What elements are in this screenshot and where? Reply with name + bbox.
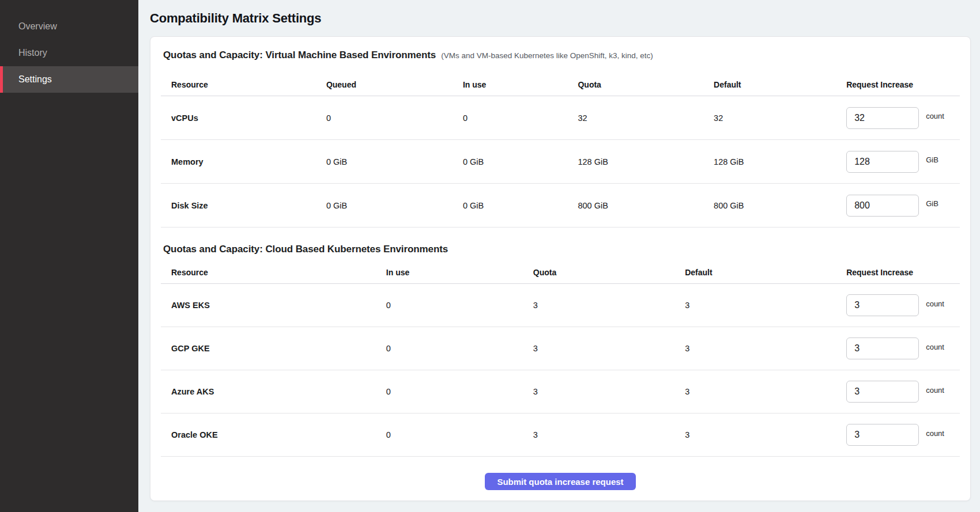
quota-value: 3: [533, 301, 685, 310]
table-header-row: Resource Queued In use Quota Default Req…: [161, 73, 960, 96]
column-header-quota: Quota: [533, 268, 685, 277]
default-value: 3: [685, 430, 846, 439]
section-title: Quotas and Capacity: Cloud Based Kuberne…: [163, 242, 448, 256]
column-header-in-use: In use: [463, 80, 578, 89]
unit-label: count: [926, 112, 944, 120]
in-use-value: 0: [463, 113, 578, 123]
in-use-value: 0: [386, 344, 533, 353]
table-row-oracle-oke: Oracle OKE 0 3 3 count: [161, 414, 960, 457]
unit-label: count: [926, 343, 944, 351]
disk-size-request-input[interactable]: [846, 195, 919, 217]
resource-name: Azure AKS: [161, 387, 386, 396]
quota-value: 128 GiB: [578, 157, 714, 166]
table-row-azure-aks: Azure AKS 0 3 3 count: [161, 370, 960, 414]
quota-value: 800 GiB: [578, 201, 714, 210]
default-value: 800 GiB: [714, 201, 846, 210]
unit-label: GiB: [926, 156, 938, 164]
column-header-request-increase: Request Increase: [846, 268, 960, 277]
column-header-request-increase: Request Increase: [846, 80, 960, 89]
aws-eks-request-input[interactable]: [846, 294, 919, 316]
submit-quota-increase-button[interactable]: Submit quota increase request: [485, 473, 635, 490]
sidebar: Overview History Settings: [0, 0, 138, 512]
section-title: Quotas and Capacity: Virtual Machine Bas…: [163, 48, 436, 62]
section-vm-environments: Quotas and Capacity: Virtual Machine Bas…: [161, 48, 960, 227]
column-header-in-use: In use: [386, 268, 533, 277]
table-row-vcpus: vCPUs 0 0 32 32 count: [161, 96, 960, 140]
table-row-aws-eks: AWS EKS 0 3 3 count: [161, 284, 960, 327]
resource-name: Disk Size: [161, 201, 326, 210]
table-row-memory: Memory 0 GiB 0 GiB 128 GiB 128 GiB GiB: [161, 140, 960, 184]
memory-request-input[interactable]: [846, 151, 919, 173]
quota-value: 3: [533, 387, 685, 396]
default-value: 3: [685, 387, 846, 396]
resource-name: Oracle OKE: [161, 430, 386, 439]
request-increase-cell: count: [846, 107, 960, 129]
sidebar-item-settings[interactable]: Settings: [0, 66, 138, 93]
column-header-default: Default: [714, 80, 846, 89]
request-increase-cell: GiB: [846, 195, 960, 217]
quota-value: 3: [533, 344, 685, 353]
queued-value: 0 GiB: [326, 157, 463, 166]
resource-name: GCP GKE: [161, 344, 386, 353]
column-header-resource: Resource: [161, 80, 326, 89]
default-value: 3: [685, 301, 846, 310]
section-cloud-k8s-environments: Quotas and Capacity: Cloud Based Kuberne…: [161, 242, 960, 457]
column-header-queued: Queued: [326, 80, 463, 89]
in-use-value: 0: [386, 387, 533, 396]
sidebar-item-overview[interactable]: Overview: [0, 13, 138, 40]
quota-value: 32: [578, 113, 714, 123]
request-increase-cell: count: [846, 294, 960, 316]
request-increase-cell: GiB: [846, 151, 960, 173]
default-value: 3: [685, 344, 846, 353]
submit-button-row: Submit quota increase request: [161, 473, 960, 490]
table-row-gcp-gke: GCP GKE 0 3 3 count: [161, 327, 960, 370]
table-header-row: Resource In use Quota Default Request In…: [161, 261, 960, 284]
vm-quota-table: Resource Queued In use Quota Default Req…: [161, 73, 960, 227]
section-subtitle: (VMs and VM-based Kubernetes like OpenSh…: [441, 49, 653, 63]
column-header-quota: Quota: [578, 80, 714, 89]
queued-value: 0: [326, 113, 463, 123]
resource-name: vCPUs: [161, 113, 326, 123]
column-header-resource: Resource: [161, 268, 386, 277]
request-increase-cell: count: [846, 381, 960, 403]
in-use-value: 0 GiB: [463, 157, 578, 166]
in-use-value: 0: [386, 301, 533, 310]
oracle-oke-request-input[interactable]: [846, 424, 919, 446]
resource-name: AWS EKS: [161, 301, 386, 310]
in-use-value: 0 GiB: [463, 201, 578, 210]
in-use-value: 0: [386, 430, 533, 439]
page-title: Compatibility Matrix Settings: [150, 10, 971, 26]
column-header-default: Default: [685, 268, 846, 277]
unit-label: GiB: [926, 199, 938, 208]
quota-value: 3: [533, 430, 685, 439]
azure-aks-request-input[interactable]: [846, 381, 919, 403]
default-value: 128 GiB: [714, 157, 846, 166]
request-increase-cell: count: [846, 337, 960, 359]
queued-value: 0 GiB: [326, 201, 463, 210]
gcp-gke-request-input[interactable]: [846, 337, 919, 359]
vcpus-request-input[interactable]: [846, 107, 919, 129]
table-row-disk-size: Disk Size 0 GiB 0 GiB 800 GiB 800 GiB Gi…: [161, 184, 960, 227]
sidebar-item-history[interactable]: History: [0, 40, 138, 66]
unit-label: count: [926, 299, 944, 308]
resource-name: Memory: [161, 157, 326, 166]
unit-label: count: [926, 429, 944, 438]
default-value: 32: [714, 113, 846, 123]
request-increase-cell: count: [846, 424, 960, 446]
quota-settings-card: Quotas and Capacity: Virtual Machine Bas…: [150, 36, 971, 501]
section-header: Quotas and Capacity: Virtual Machine Bas…: [161, 48, 960, 63]
cloud-k8s-quota-table: Resource In use Quota Default Request In…: [161, 261, 960, 457]
main-content: Compatibility Matrix Settings Quotas and…: [138, 0, 980, 512]
section-header: Quotas and Capacity: Cloud Based Kuberne…: [161, 242, 960, 256]
unit-label: count: [926, 386, 944, 395]
